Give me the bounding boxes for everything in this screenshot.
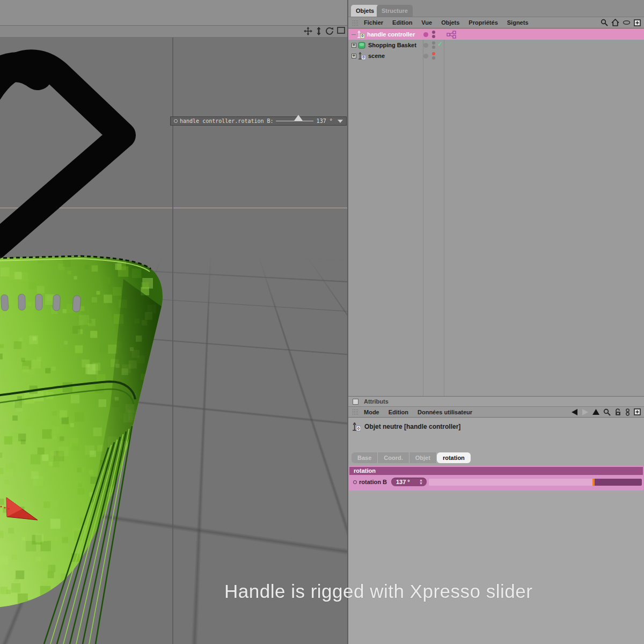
editor-visibility-dot[interactable] — [432, 52, 435, 55]
enable-dot[interactable] — [423, 32, 428, 37]
property-tab-bar: Base Coord. Objet rotation — [352, 452, 471, 463]
attributes-body: 0 Objet neutre [handle controller] Base … — [348, 418, 644, 644]
menu-fichier[interactable]: Fichier — [364, 19, 383, 26]
menu-edition[interactable]: Edition — [389, 409, 408, 415]
rotation-value: 137 ° — [391, 479, 419, 485]
editor-visibility-dot[interactable] — [432, 41, 435, 45]
enable-dot[interactable] — [423, 54, 428, 58]
viewport-3d[interactable]: handle controller.rotation B: 137 ° — [0, 0, 348, 644]
render-visibility-dot[interactable] — [432, 56, 435, 60]
menu-signets[interactable]: Signets — [507, 19, 529, 26]
spinner-icon[interactable]: ▲▼ — [419, 479, 427, 485]
rotation-slider-track[interactable] — [429, 479, 642, 486]
viewport-top-strip — [0, 0, 348, 26]
dolly-icon[interactable] — [316, 27, 322, 35]
menu-objets[interactable]: Objets — [441, 19, 459, 26]
expand-icon[interactable]: + — [352, 54, 356, 58]
eye-icon[interactable] — [623, 20, 631, 25]
hud-key-ring-icon — [174, 119, 178, 123]
tab-base[interactable]: Base — [352, 452, 378, 463]
menu-donnees-utilisateur[interactable]: Données utilisateur — [418, 409, 472, 415]
attributes-title-bar: Attributs — [348, 397, 644, 406]
basket-object-icon — [358, 41, 365, 49]
pan-icon[interactable] — [304, 27, 312, 35]
user-data-section: rotation rotation B 137 ° ▲▼ — [349, 466, 643, 491]
null-object-icon: 0 — [358, 52, 365, 60]
object-name: Shopping Basket — [368, 42, 416, 48]
svg-text:0: 0 — [362, 34, 364, 38]
menu-mode[interactable]: Mode — [364, 409, 379, 415]
hud-rotation-slider[interactable]: handle controller.rotation B: 137 ° — [170, 116, 347, 126]
null-object-icon: 0 — [357, 30, 364, 39]
hud-label: handle controller.rotation B: — [180, 118, 274, 124]
panel-grip-icon[interactable] — [352, 409, 359, 415]
shopping-basket-render — [0, 38, 348, 644]
hud-dropdown-icon[interactable] — [338, 120, 343, 123]
menu-proprietes[interactable]: Propriétés — [469, 19, 497, 26]
forward-icon[interactable] — [582, 409, 589, 415]
tab-rotation[interactable]: rotation — [437, 452, 471, 463]
xpresso-tag-icon[interactable] — [447, 31, 458, 39]
attributes-menu-bar: Mode Edition Données utilisateur — [348, 406, 644, 418]
hud-slider-handle[interactable] — [294, 115, 303, 121]
tab-structure[interactable]: Structure — [377, 5, 413, 17]
object-type-label: Objet neutre [handle controller] — [364, 423, 460, 430]
right-panel: Objets Structure Fichier Edition Vue Obj… — [348, 0, 644, 644]
basket-body — [0, 256, 174, 619]
up-icon[interactable] — [592, 409, 599, 415]
tab-objet[interactable]: Objet — [409, 452, 437, 463]
null-object-icon: 0 — [352, 422, 361, 431]
svg-text:0: 0 — [363, 55, 365, 59]
object-row-scene[interactable]: + 0 scene — [348, 50, 644, 61]
link-icon[interactable] — [625, 408, 630, 416]
lock-icon[interactable] — [614, 408, 621, 416]
rotation-value-field[interactable]: 137 ° ▲▼ — [391, 478, 427, 486]
search-icon[interactable] — [603, 408, 611, 416]
back-icon[interactable] — [571, 409, 578, 415]
hud-slider-track[interactable] — [276, 121, 313, 121]
expand-icon[interactable]: + — [352, 43, 356, 48]
tree-branch — [352, 34, 356, 35]
hud-value: 137 ° — [317, 118, 333, 124]
column-divider — [444, 28, 444, 396]
rotate-icon[interactable] — [325, 27, 334, 35]
add-icon[interactable] — [634, 408, 641, 415]
column-divider — [423, 28, 423, 396]
attributes-panel: Attributs Mode Edition Données utilisate… — [348, 396, 644, 644]
add-icon[interactable] — [634, 19, 641, 26]
param-label: rotation B — [359, 479, 387, 485]
object-name: handle controller — [367, 31, 415, 38]
viewport-canvas[interactable]: handle controller.rotation B: 137 ° — [0, 38, 348, 644]
object-row-handle-controller[interactable]: 0 handle controller — [348, 29, 644, 40]
search-icon[interactable] — [601, 19, 608, 26]
basket-handle — [0, 63, 122, 253]
menu-vue[interactable]: Vue — [421, 19, 432, 26]
app-window: handle controller.rotation B: 137 ° Obje… — [0, 0, 644, 644]
maximize-icon[interactable] — [337, 27, 345, 35]
home-icon[interactable] — [611, 19, 619, 26]
render-visibility-dot[interactable] — [432, 46, 435, 49]
enable-dot[interactable] — [423, 43, 428, 48]
enabled-check-icon[interactable]: ✓ — [437, 40, 443, 48]
objects-menu-bar: Fichier Edition Vue Objets Propriétés Si… — [348, 17, 644, 28]
slider-remainder — [595, 479, 642, 486]
panel-grip-icon[interactable] — [352, 20, 359, 26]
rotation-b-row: rotation B 137 ° ▲▼ — [349, 476, 643, 488]
keyframe-ring-icon[interactable] — [353, 480, 357, 484]
menu-edition[interactable]: Edition — [392, 19, 412, 26]
rotation-slider-handle[interactable] — [592, 479, 595, 486]
object-name: scene — [368, 53, 385, 59]
selected-object-row[interactable]: 0 Objet neutre [handle controller] — [352, 422, 460, 431]
editor-visibility-dot[interactable] — [432, 31, 435, 34]
section-header[interactable]: rotation — [349, 467, 643, 475]
render-visibility-dot[interactable] — [432, 35, 435, 38]
caption-text: Handle is rigged with Xpresso slider — [224, 581, 532, 602]
objects-tab-bar: Objets Structure — [348, 0, 644, 17]
svg-text:0: 0 — [357, 426, 360, 431]
object-row-shopping-basket[interactable]: + Shopping Basket ✓ — [348, 40, 644, 50]
panel-checkbox[interactable] — [353, 399, 358, 405]
viewport-header-bar — [0, 26, 348, 38]
attributes-title: Attributs — [364, 398, 389, 405]
tab-objets[interactable]: Objets — [351, 5, 379, 17]
tab-coord[interactable]: Coord. — [378, 452, 409, 463]
